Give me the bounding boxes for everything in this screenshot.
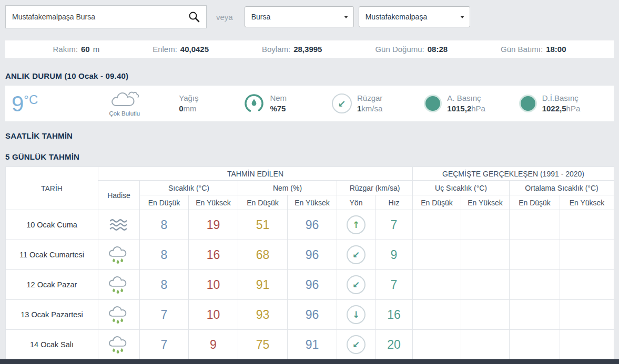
- temp-min-value: 7: [140, 330, 189, 360]
- hist-avg-max-value: [560, 210, 614, 240]
- rain-icon: [107, 304, 130, 325]
- wind-direction-icon: ↓: [347, 305, 366, 324]
- temp-max-value: 19: [189, 210, 238, 240]
- temp-min-value: 8: [140, 240, 189, 270]
- footer-bar: [0, 359, 619, 364]
- col-header-extreme-temp: Uç Sıcaklık (°C): [413, 181, 510, 195]
- fog-icon: [107, 215, 130, 235]
- rain-icon: [107, 334, 130, 355]
- humidity-drop-icon: [243, 93, 265, 114]
- search-input[interactable]: [6, 6, 182, 28]
- col-header-temp-min: En Düşük: [140, 195, 189, 210]
- humidity-min-value: 75: [238, 330, 288, 360]
- temp-min-value: 8: [140, 210, 189, 240]
- wind-direction-icon: ↑: [347, 215, 366, 234]
- condition-label: Çok Bulutlu: [70, 110, 179, 117]
- search-box: [5, 5, 207, 28]
- province-select-value: Bursa: [251, 13, 271, 21]
- col-header-ext-min: En Düşük: [413, 195, 461, 210]
- province-select[interactable]: Bursa: [245, 6, 354, 27]
- district-select[interactable]: Mustafakemalpaşa: [359, 6, 470, 27]
- sunrise-value: 08:28: [428, 45, 448, 54]
- col-header-ext-max: En Yüksek: [461, 195, 510, 210]
- forecast-row: 13 Ocak Pazartesi 7 10 93 96 ↓ 16: [6, 300, 614, 330]
- sea-pressure-label: D.İ.Basınç: [542, 93, 581, 103]
- humidity-value: %75: [270, 104, 286, 113]
- wind-direction-cell: ↑: [337, 210, 376, 240]
- wind-direction-cell: ↙: [337, 270, 376, 300]
- latitude-value: 40,0425: [180, 45, 209, 54]
- col-header-average-temp: Ortalama Sıcaklık (°C): [510, 181, 614, 195]
- station-info-bar: Rakım: 60m Enlem: 40,0425 Boylam: 28,399…: [5, 40, 614, 58]
- hist-ext-min-value: [413, 210, 461, 240]
- pressure-icon: [424, 95, 442, 112]
- condition-icon-cell: [98, 270, 140, 300]
- temp-max-value: 9: [189, 330, 238, 360]
- col-header-avg-max: En Yüksek: [560, 195, 614, 210]
- hist-avg-min-value: [510, 270, 560, 300]
- wind-label: Rüzgar: [357, 93, 382, 103]
- district-select-value: Mustafakemalpaşa: [366, 13, 428, 21]
- pressure-label: A. Basınç: [447, 93, 485, 103]
- sunset-label: Gün Batımı:: [501, 45, 543, 54]
- wind-block: ↙ Rüzgar 1km/sa: [332, 93, 424, 115]
- longitude-info: Boylam: 28,3995: [262, 45, 322, 54]
- search-button[interactable]: [182, 6, 206, 28]
- wind-speed-value: 7: [376, 210, 413, 240]
- condition-icon-cell: [98, 330, 140, 360]
- sunrise-label: Gün Doğumu:: [375, 45, 424, 54]
- humidity-min-value: 91: [238, 270, 288, 300]
- wind-direction-icon: ↙: [347, 245, 366, 264]
- col-group-predicted: TAHMİN EDİLEN: [98, 167, 413, 181]
- pressure-icon: [519, 95, 537, 112]
- current-temperature-block: 9°C: [5, 92, 70, 115]
- wind-direction-icon: ↙: [347, 275, 366, 294]
- current-title-time: (10 Ocak - 09.40): [64, 71, 128, 80]
- forecast-row: 14 Ocak Salı 7 9 75 91 ↙ 20: [6, 330, 614, 360]
- col-header-wind: Rüzgar (km/sa): [337, 181, 413, 195]
- forecast-table: TARİH TAHMİN EDİLEN GEÇMİŞTE GERÇEKLEŞEN…: [5, 167, 614, 360]
- wind-speed-value: 20: [376, 330, 413, 360]
- altitude-label: Rakım:: [53, 45, 78, 54]
- col-header-temp-max: En Yüksek: [189, 195, 238, 210]
- wind-direction-cell: ↓: [337, 300, 376, 330]
- precip-unit: mm: [184, 104, 197, 113]
- rain-icon: [107, 274, 130, 295]
- altitude-unit: m: [93, 45, 100, 54]
- current-temperature-unit: °C: [24, 92, 38, 107]
- hist-avg-max-value: [560, 300, 614, 330]
- temp-max-value: 16: [189, 240, 238, 270]
- humidity-max-value: 96: [288, 210, 337, 240]
- wind-speed-value: 16: [376, 300, 413, 330]
- humidity-min-value: 68: [238, 240, 288, 270]
- col-header-avg-min: En Düşük: [510, 195, 560, 210]
- search-icon: [188, 11, 200, 23]
- forecast-row: 11 Ocak Cumartesi 8 16 68 96 ↙ 9: [6, 240, 614, 270]
- humidity-max-value: 96: [288, 300, 337, 330]
- longitude-label: Boylam:: [262, 45, 290, 54]
- col-header-hum-min: En Düşük: [238, 195, 288, 210]
- col-header-humidity: Nem (%): [238, 181, 337, 195]
- chevron-down-icon: [460, 16, 464, 18]
- current-condition-block: Çok Bulutlu: [70, 90, 179, 117]
- precip-label: Yağış: [179, 93, 243, 103]
- sea-pressure-value: 1022,5: [542, 104, 566, 113]
- hist-avg-max-value: [560, 240, 614, 270]
- condition-icon-cell: [98, 300, 140, 330]
- longitude-value: 28,3995: [293, 45, 322, 54]
- humidity-min-value: 51: [238, 210, 288, 240]
- or-label: veya: [216, 13, 233, 22]
- daily-section-title[interactable]: 5 GÜNLÜK TAHMİN: [5, 152, 619, 161]
- current-section-title: ANLIK DURUM (10 Ocak - 09.40): [5, 71, 619, 80]
- humidity-max-value: 96: [288, 270, 337, 300]
- hist-avg-max-value: [560, 330, 614, 360]
- col-header-event: Hadise: [98, 181, 140, 210]
- hourly-section-title[interactable]: SAATLİK TAHMİN: [5, 131, 619, 140]
- humidity-block: Nem %75: [243, 93, 332, 115]
- sea-pressure-unit: hPa: [566, 104, 581, 113]
- wind-unit: km/sa: [361, 104, 382, 113]
- hist-avg-min-value: [510, 210, 560, 240]
- chevron-down-icon: [344, 16, 348, 18]
- humidity-label: Nem: [270, 93, 287, 103]
- current-conditions-panel: 9°C Çok Bulutlu Yağış 0mm Nem %75 ↙ Rüzg…: [5, 86, 614, 121]
